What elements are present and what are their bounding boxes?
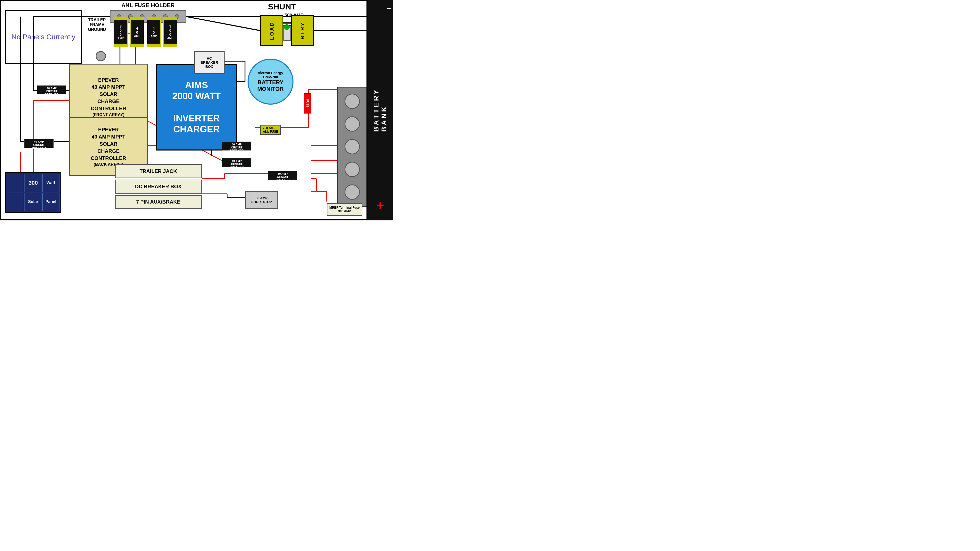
solar-cell-solar: Solar [24,192,41,211]
ground-circle [96,51,106,61]
anl-block-1-text: 3 0 0 AMP [118,20,124,44]
battery-bank-label: BATTERYBANK [372,88,388,132]
solar-cell-1 [7,174,24,192]
anl-block-3-bottom [147,44,160,47]
battery-cell-4 [345,162,360,177]
circuit-breaker-30: 30 AMPCIRCUIT BREAKER [268,171,298,180]
shunt-green-indicator [284,24,290,30]
aims-line4: INVERTER [172,113,221,124]
solar-cell-watt: Watt [42,174,59,192]
seven-pin: 7 PIN AUX/BRAKE [115,195,202,209]
aims-inverter: AIMS 2000 WATT INVERTER CHARGER [156,64,237,151]
anl-block-2-top [130,17,144,20]
battery-cell-3 [345,139,360,154]
anl-block-1-bottom [114,44,127,47]
wiring-diagram: No Panels Currently ANL FUSE HOLDER 3 0 … [0,0,393,221]
battery-cell-1 [345,94,360,109]
anl-block-3-top [147,17,160,20]
anl-block-4-bottom [164,44,177,47]
battery-cells-panel [337,87,368,206]
anl-block-2-bottom [130,44,144,47]
aims-line2: 2000 WATT [172,91,221,102]
anl-block-3: 4 0 AMP [147,17,161,47]
battery-minus: − [387,5,391,13]
battery-monitor-label: BATTERYMONITOR [257,79,283,92]
battery-monitor-brand: Victron EnergyBMV-700 [258,71,283,79]
anl-block-3-text: 4 0 AMP [151,20,157,44]
battery-monitor: Victron EnergyBMV-700 BATTERYMONITOR [248,59,293,105]
battery-plus: + [376,197,384,213]
anl-block-4-top [164,17,177,20]
battery-cell-2 [345,116,360,132]
anl-fuse-200: 200 AMPANL FUSE [260,125,281,135]
solar-cell-panel: Panel [42,192,59,211]
mrbf-fuse: MRBF Terminal Fuse300 AMP [327,203,363,216]
circuit-breaker-40-front-left: 40 AMPCIRCUIT BREAKER [37,86,66,94]
svg-line-2 [186,17,260,30]
dc-breaker-box: DC BREAKER BOX [115,179,202,194]
no-panels-box: No Panels Currently [5,10,82,64]
circuit-breaker-40-back-left: 40 AMPCIRCUIT BREAKER [24,139,54,148]
ac-breaker-box: ACBREAKERBOX [194,51,224,74]
solar-cell-4 [7,192,24,211]
shunt-load: LOAD [260,15,283,46]
shunt-btry: BTRY [291,15,314,46]
anl-block-4: 3 0 0 AMP [163,17,177,47]
solar-panel-grid: 300 Watt Solar Panel [6,173,60,212]
no-panels-text: No Panels Currently [11,33,76,41]
fuse: FUSE [304,93,311,114]
circuit-breaker-40-right-mid: 40 AMPCIRCUIT BREAKER [222,158,251,167]
circuit-breaker-40-right-top: 40 AMPCIRCUIT BREAKER [222,141,251,151]
ac-breaker-text: ACBREAKERBOX [200,56,218,68]
anl-block-4-text: 3 0 0 AMP [167,20,173,44]
anl-block-2-text: 4 0 AMP [134,20,140,44]
anl-label: ANL FUSE HOLDER [112,2,184,9]
solar-panel: 300 Watt Solar Panel [5,172,61,213]
solar-cell-watts: 300 [24,174,41,192]
trailer-frame-ground: TRAILERFRAMEGROUND [84,17,110,32]
shunt-title: SHUNT [268,2,296,11]
trailer-jack: TRAILER JACK [115,164,202,178]
battery-bank: − BATTERYBANK + [368,0,393,221]
aims-line1: AIMS [172,79,221,91]
anl-block-1: 3 0 0 AMP [114,17,127,47]
anl-block-2: 4 0 AMP [130,17,144,47]
battery-cell-5 [345,184,360,200]
shortstop: 50 AMPSHORTSTOP [245,191,278,209]
aims-line5: CHARGER [172,124,221,135]
anl-block-1-top [114,17,127,20]
